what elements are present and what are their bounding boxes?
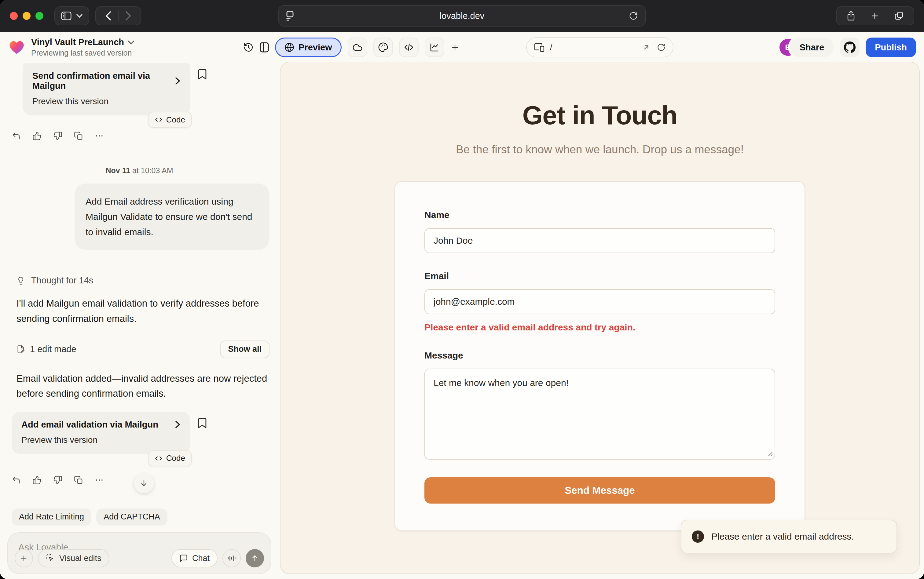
- refresh-preview-icon[interactable]: [657, 43, 665, 52]
- edits-summary-row: 1 edit made Show all: [16, 340, 270, 358]
- voice-input-button[interactable]: [223, 549, 241, 568]
- lovable-logo-icon: [8, 40, 25, 55]
- browser-toolbar-actions: [836, 7, 914, 25]
- attach-plus-button[interactable]: [15, 549, 33, 568]
- thumbs-up-icon[interactable]: [33, 131, 41, 141]
- preview-this-version-link[interactable]: Preview this version: [21, 435, 180, 445]
- project-name[interactable]: Vinyl Vault PreLaunch: [31, 37, 124, 47]
- page-settings-icon[interactable]: [286, 11, 294, 21]
- url-text: lovable.dev: [440, 11, 485, 21]
- path-text[interactable]: /: [550, 43, 552, 52]
- suggestion-add-captcha[interactable]: Add CAPTCHA: [96, 509, 167, 525]
- bookmark-icon[interactable]: [198, 69, 206, 79]
- version-row-1: Send confirmation email via Mailgun Prev…: [23, 63, 270, 115]
- alert-exclamation-icon: !: [692, 530, 704, 543]
- visual-edits-label: Visual edits: [59, 554, 102, 563]
- zoom-window-button[interactable]: [36, 12, 43, 20]
- code-button[interactable]: Code: [148, 450, 192, 466]
- project-status: Previewing last saved version: [31, 49, 134, 57]
- share-button[interactable]: Share: [790, 38, 834, 57]
- panel-layout-icon[interactable]: [260, 42, 269, 52]
- bookmark-icon[interactable]: [198, 418, 206, 428]
- name-label: Name: [424, 210, 775, 220]
- theme-palette-icon[interactable]: [374, 38, 393, 57]
- tab-overview-icon[interactable]: [894, 11, 904, 20]
- more-options-icon[interactable]: [95, 476, 104, 485]
- address-bar[interactable]: lovable.dev: [278, 5, 646, 26]
- cloud-icon[interactable]: [348, 38, 367, 57]
- code-view-icon[interactable]: [399, 38, 419, 57]
- history-icon[interactable]: [243, 42, 254, 52]
- responsive-device-icon[interactable]: [534, 43, 544, 52]
- preview-this-version-link[interactable]: Preview this version: [33, 96, 180, 106]
- undo-icon[interactable]: [11, 131, 21, 141]
- validation-toast: ! Please enter a valid email address.: [681, 520, 897, 553]
- thumbs-down-icon[interactable]: [53, 131, 62, 141]
- name-field[interactable]: [424, 228, 775, 253]
- send-message-submit-button[interactable]: Send Message: [424, 477, 775, 504]
- close-window-button[interactable]: [10, 12, 18, 20]
- more-options-icon[interactable]: [95, 131, 104, 141]
- new-tab-icon[interactable]: [870, 11, 880, 20]
- assistant-message-1: I'll add Mailgun email validation to ver…: [16, 296, 268, 326]
- code-button[interactable]: Code: [148, 112, 192, 128]
- chat-mode-label: Chat: [192, 554, 210, 563]
- forward-button[interactable]: [118, 7, 138, 25]
- edits-count: 1 edit made: [30, 344, 76, 354]
- visual-edits-cursor-icon: [46, 554, 55, 563]
- add-panel-icon[interactable]: [451, 43, 460, 52]
- sidebar-toggle-icon: [61, 11, 72, 20]
- minimize-window-button[interactable]: [23, 12, 31, 20]
- share-icon[interactable]: [846, 11, 855, 21]
- page-title: Get in Touch: [280, 100, 919, 131]
- version-card[interactable]: Add email validation via Mailgun Preview…: [11, 412, 190, 454]
- visual-edits-button[interactable]: Visual edits: [38, 549, 110, 568]
- lightbulb-icon: [16, 276, 25, 285]
- copy-icon[interactable]: [74, 476, 83, 485]
- publish-button[interactable]: Publish: [866, 38, 916, 57]
- browser-titlebar: lovable.dev: [0, 0, 924, 32]
- project-meta: Vinyl Vault PreLaunch Previewing last sa…: [31, 37, 134, 57]
- globe-icon: [285, 43, 294, 52]
- version-card[interactable]: Send confirmation email via Mailgun Prev…: [23, 63, 190, 115]
- thought-row[interactable]: Thought for 14s: [16, 275, 270, 286]
- chat-sidebar: Send confirmation email via Mailgun Prev…: [0, 63, 279, 579]
- window-controls: [10, 12, 43, 20]
- code-button-label: Code: [166, 453, 185, 463]
- chat-mode-button[interactable]: Chat: [171, 549, 218, 568]
- user-message-bubble: Add Email address verification using Mai…: [75, 183, 270, 250]
- open-external-icon[interactable]: [642, 43, 650, 51]
- send-message-button[interactable]: [246, 549, 264, 568]
- file-edit-icon: [16, 345, 25, 354]
- email-field[interactable]: [424, 289, 775, 314]
- thumbs-up-icon[interactable]: [33, 476, 41, 485]
- version-card-title: Add email validation via Mailgun: [21, 420, 158, 430]
- preview-toolbar: Preview: [243, 38, 460, 57]
- chevron-down-icon: [76, 14, 82, 18]
- preview-tab[interactable]: Preview: [275, 38, 342, 57]
- scroll-to-bottom-button[interactable]: [134, 473, 154, 493]
- browser-sidebar-toggle[interactable]: [54, 7, 89, 25]
- chevron-right-icon: [175, 77, 180, 85]
- copy-icon[interactable]: [74, 131, 83, 141]
- preview-path-bar[interactable]: /: [526, 37, 673, 57]
- project-switcher[interactable]: Vinyl Vault PreLaunch Previewing last sa…: [8, 37, 134, 57]
- browser-nav-buttons: [95, 7, 141, 25]
- message-field[interactable]: Let me know when you are open!: [424, 369, 775, 460]
- contact-form-card: Name Email Please enter a valid email ad…: [395, 181, 805, 531]
- reload-icon[interactable]: [629, 11, 638, 21]
- analytics-icon[interactable]: [425, 38, 444, 57]
- project-chevron-down-icon[interactable]: [128, 40, 134, 44]
- github-button[interactable]: [840, 38, 860, 57]
- show-all-button[interactable]: Show all: [220, 340, 270, 358]
- undo-icon[interactable]: [11, 476, 21, 485]
- chat-composer[interactable]: Ask Lovable... Visual edits: [7, 532, 271, 574]
- message-timestamp: Nov 11 at 10:03 AM: [8, 166, 270, 175]
- version-card-title: Send confirmation email via Mailgun: [33, 71, 169, 91]
- composer-toolbar: Visual edits Chat: [15, 549, 264, 568]
- back-button[interactable]: [98, 7, 118, 25]
- thumbs-down-icon[interactable]: [53, 476, 62, 485]
- message-label: Message: [424, 350, 775, 361]
- textarea-resize-handle[interactable]: [767, 450, 773, 456]
- suggestion-add-rate-limiting[interactable]: Add Rate Limiting: [11, 509, 91, 525]
